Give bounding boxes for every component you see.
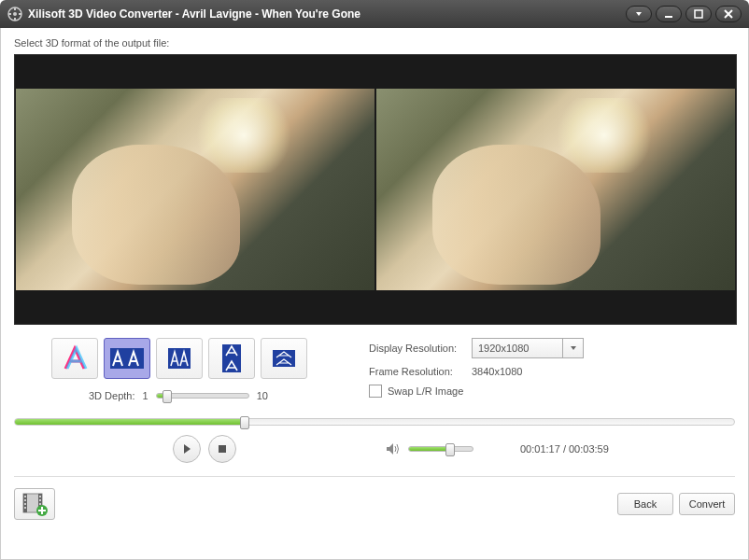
time-total: 00:03:59 — [569, 443, 609, 455]
format-button-group — [51, 338, 369, 379]
stop-button[interactable] — [208, 435, 236, 463]
svg-point-1 — [13, 12, 17, 16]
svg-rect-20 — [39, 496, 41, 497]
display-resolution-value: 1920x1080 — [478, 343, 529, 354]
instruction-label: Select 3D format of the output file: — [14, 37, 735, 49]
depth-min: 1 — [143, 390, 148, 401]
preview-right-eye — [376, 89, 735, 290]
format-topbottom-half-button[interactable] — [261, 338, 307, 379]
svg-rect-2 — [14, 7, 16, 10]
video-preview — [14, 54, 737, 325]
convert-button[interactable]: Convert — [679, 493, 735, 515]
svg-rect-18 — [24, 503, 26, 505]
svg-rect-19 — [24, 507, 26, 509]
swap-lr-checkbox[interactable] — [369, 385, 382, 398]
back-button[interactable]: Back — [617, 493, 673, 515]
frame-resolution-label: Frame Resolution: — [369, 366, 472, 377]
depth-max: 10 — [257, 390, 268, 401]
time-display: 00:01:17 / 00:03:59 — [520, 443, 609, 455]
format-anaglyph-button[interactable] — [51, 338, 98, 379]
maximize-button[interactable] — [685, 6, 712, 22]
window-title: Xilisoft 3D Video Converter - Avril Lavi… — [28, 7, 622, 21]
volume-icon[interactable] — [386, 442, 401, 455]
play-button[interactable] — [173, 435, 201, 463]
svg-rect-17 — [24, 499, 26, 501]
titlebar: Xilisoft 3D Video Converter - Avril Lavi… — [0, 0, 749, 28]
volume-slider[interactable] — [408, 446, 473, 452]
frame-resolution-value: 3840x1080 — [472, 366, 522, 377]
content-area: Select 3D format of the output file: — [0, 28, 749, 560]
svg-rect-5 — [19, 13, 21, 15]
svg-rect-6 — [665, 16, 672, 18]
chevron-down-icon — [562, 339, 583, 357]
preview-left-eye — [16, 89, 374, 290]
depth-slider[interactable] — [156, 393, 249, 399]
svg-rect-7 — [695, 10, 702, 18]
close-button[interactable] — [715, 6, 742, 22]
format-sidebyside-half-button[interactable] — [156, 338, 203, 379]
time-elapsed: 00:01:17 — [520, 443, 560, 455]
display-resolution-label: Display Resolution: — [369, 343, 472, 354]
svg-rect-3 — [14, 18, 16, 21]
app-icon — [7, 7, 22, 21]
format-topbottom-full-button[interactable] — [208, 338, 255, 379]
svg-rect-16 — [24, 496, 26, 497]
playback-timeline[interactable] — [14, 418, 735, 426]
add-file-button[interactable] — [14, 488, 55, 520]
display-resolution-dropdown[interactable]: 1920x1080 — [472, 338, 584, 358]
svg-rect-12 — [219, 445, 226, 453]
swap-lr-label: Swap L/R Image — [388, 385, 463, 397]
minimize-button[interactable] — [656, 6, 682, 22]
depth-label: 3D Depth: — [89, 390, 135, 401]
menu-button[interactable] — [626, 6, 652, 22]
svg-rect-4 — [8, 13, 11, 15]
svg-rect-21 — [39, 499, 41, 501]
svg-rect-22 — [39, 503, 41, 505]
format-sidebyside-full-button[interactable] — [104, 338, 150, 379]
